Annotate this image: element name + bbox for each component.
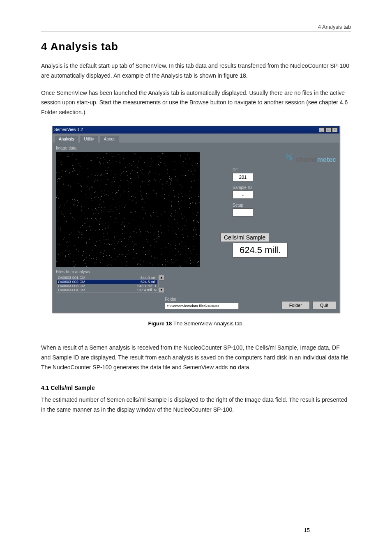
- file-row: O40603-004.CM137.4 mil. N: [57, 288, 157, 292]
- paragraph-1: Analysis is the default start-up tab of …: [41, 61, 351, 81]
- app-content: Image data: [53, 143, 339, 313]
- scroll-up-icon[interactable]: ▲: [159, 275, 164, 281]
- page-number: 15: [304, 527, 310, 533]
- quit-button[interactable]: Quit: [312, 301, 336, 309]
- folder-section: Folder c:\Semenview\data files\040603: [165, 297, 279, 309]
- logo-icon: [285, 153, 293, 161]
- file-row: O40603-002.CM624.5 mil.: [57, 280, 157, 284]
- logo-metec: metec: [317, 156, 336, 163]
- section-heading: 4 Analysis tab: [41, 40, 351, 53]
- df-label: DF: [233, 168, 336, 172]
- paragraph-4: The estimated number of Semen cells/ml S…: [41, 395, 351, 415]
- cells-value: 624.5 mill.: [233, 243, 288, 258]
- window-controls: _ □ ×: [318, 127, 338, 132]
- bottom-row: Folder c:\Semenview\data files\040603 Fo…: [56, 297, 336, 309]
- cells-group: Cells/ml Sample 624.5 mill.: [216, 221, 336, 258]
- setup-value: -: [233, 208, 253, 216]
- logo-chemo: chemo: [296, 156, 317, 163]
- df-value: 201: [233, 173, 253, 181]
- image-preview: [56, 152, 200, 267]
- folder-button[interactable]: Folder: [281, 301, 310, 309]
- right-panel: chemometec DF 201 Sample ID - Setup -: [200, 152, 336, 267]
- header-section-label: 4 Analysis tab: [41, 24, 351, 30]
- files-section: Files from analysis O40603-001.CM644.0 m…: [56, 269, 336, 293]
- files-label: Files from analysis: [56, 269, 336, 274]
- folder-label: Folder: [165, 297, 279, 302]
- figure-text: The SemenView Analysis tab.: [172, 320, 244, 327]
- logo-text: chemometec: [296, 156, 336, 164]
- tab-row: Analysis Utility About: [53, 134, 339, 143]
- close-icon[interactable]: ×: [332, 127, 338, 132]
- folder-path: c:\Semenview\data files\040603: [165, 303, 239, 309]
- files-list[interactable]: O40603-001.CM644.0 mil. O40603-002.CM624…: [56, 275, 159, 293]
- setup-group: Setup -: [233, 203, 336, 216]
- tab-analysis[interactable]: Analysis: [54, 135, 78, 143]
- df-group: DF 201: [233, 168, 336, 181]
- paragraph-2: Once SemenView has been launched the Ana…: [41, 88, 351, 117]
- setup-label: Setup: [233, 203, 336, 207]
- sampleid-value: -: [233, 191, 253, 199]
- page-header: 4 Analysis tab: [41, 24, 351, 32]
- left-panel: [56, 152, 200, 267]
- semenview-window: SemenView 1.2 _ □ × Analysis Utility Abo…: [52, 126, 340, 313]
- logo-row: chemometec: [216, 156, 336, 164]
- sampleid-group: Sample ID -: [233, 185, 336, 199]
- file-row: O40603-003.CM545.1 mil. T: [57, 284, 157, 288]
- window-title: SemenView 1.2: [54, 127, 83, 132]
- tab-about[interactable]: About: [99, 135, 119, 143]
- sampleid-label: Sample ID: [233, 185, 336, 190]
- scroll-down-icon[interactable]: ▼: [159, 287, 164, 293]
- figure-caption: Figure 18 The SemenView Analysis tab.: [41, 320, 351, 327]
- figure-label: Figure 18: [148, 320, 172, 327]
- image-data-label: Image data: [56, 146, 336, 150]
- maximize-icon[interactable]: □: [325, 127, 331, 132]
- paragraph-3: When a result of a Semen analysis is rec…: [41, 343, 351, 372]
- cell-dots: [56, 152, 200, 267]
- subsection-heading: 4.1 Cells/ml Sample: [41, 385, 351, 391]
- minimize-icon[interactable]: _: [319, 127, 325, 132]
- window-titlebar: SemenView 1.2 _ □ ×: [53, 126, 339, 134]
- tab-utility[interactable]: Utility: [79, 135, 98, 143]
- file-row: O40603-001.CM644.0 mil.: [57, 276, 157, 280]
- cells-label: Cells/ml Sample: [220, 233, 269, 242]
- button-group: Folder Quit: [279, 301, 336, 309]
